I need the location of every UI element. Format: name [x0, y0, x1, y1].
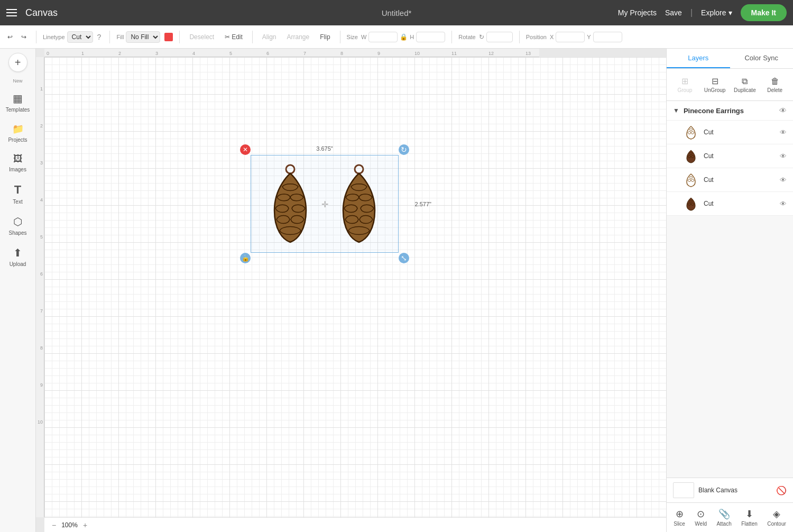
ungroup-button[interactable]: ⊟ UnGroup — [701, 73, 729, 96]
layer-3-thumb — [684, 172, 698, 187]
tab-layers[interactable]: Layers — [667, 49, 730, 68]
new-button[interactable]: + — [8, 53, 27, 72]
height-label: H — [410, 34, 414, 40]
flatten-icon: ⬇ — [745, 508, 753, 520]
canvas-area[interactable]: 0 1 2 3 4 5 6 7 8 9 10 11 12 13 14 1 2 — [36, 49, 666, 532]
make-it-button[interactable]: Make It — [741, 4, 787, 21]
svg-point-1 — [355, 165, 363, 173]
ruler-1: 1 — [81, 51, 84, 56]
fill-select[interactable]: No Fill — [126, 31, 160, 43]
layer-item-3[interactable]: Cut 👁 — [667, 168, 793, 192]
zoom-out-button[interactable]: − — [51, 521, 57, 529]
height-input[interactable]: 2.577 — [416, 32, 445, 42]
handle-resize[interactable]: ⤡ — [399, 253, 409, 263]
ruler-8: 8 — [340, 51, 343, 56]
new-label: New — [13, 78, 22, 84]
ruler-left-7: 7 — [40, 308, 43, 314]
width-input[interactable]: 3.675 — [368, 32, 398, 42]
lock-aspect-icon[interactable]: 🔒 — [400, 33, 408, 41]
sidebar-item-upload[interactable]: ⬆ Upload — [2, 242, 34, 271]
tab-color-sync[interactable]: Color Sync — [730, 49, 794, 68]
attach-action[interactable]: 📎 Attach — [713, 506, 734, 529]
linetype-help-button[interactable]: ? — [95, 32, 104, 42]
delete-icon: 🗑 — [771, 77, 779, 86]
zoom-value: 100% — [61, 521, 78, 529]
undo-button[interactable]: ↩ — [4, 31, 16, 43]
layer-1-visibility-icon[interactable]: 👁 — [780, 129, 787, 136]
fill-group: Fill No Fill — [116, 31, 173, 43]
layer-2-visibility-icon[interactable]: 👁 — [780, 152, 787, 160]
layer-3-visibility-icon[interactable]: 👁 — [780, 176, 787, 184]
canvas-thumbnail — [673, 482, 694, 498]
ruler-left-8: 8 — [40, 345, 43, 351]
rotate-icon: ↻ — [479, 33, 484, 41]
group-button[interactable]: ⊞ Group — [671, 73, 699, 96]
bottom-panel-actions: ⊕ Slice ⊙ Weld 📎 Attach ⬇ Flatten ◈ Cont… — [667, 502, 793, 532]
delete-button[interactable]: 🗑 Delete — [761, 74, 789, 96]
linetype-select[interactable]: Cut — [67, 31, 93, 43]
zoom-in-button[interactable]: + — [82, 521, 88, 529]
y-label: Y — [587, 34, 591, 40]
fill-label: Fill — [116, 34, 124, 40]
ruler-11: 11 — [451, 51, 457, 56]
top-nav: Canvas Untitled* My Projects Save | Expl… — [0, 0, 793, 25]
weld-icon: ⊙ — [697, 508, 705, 520]
canvas-visibility-icon[interactable]: 🚫 — [776, 485, 787, 496]
linetype-label: Linetype — [43, 34, 65, 40]
arrange-button[interactable]: Arrange — [284, 31, 313, 43]
ruler-top: 0 1 2 3 4 5 6 7 8 9 10 11 12 13 14 — [44, 49, 539, 57]
contour-action[interactable]: ◈ Contour — [764, 506, 789, 529]
redo-button[interactable]: ↪ — [18, 31, 30, 43]
handle-delete[interactable]: ✕ — [240, 144, 251, 155]
document-title[interactable]: Untitled* — [382, 8, 412, 17]
nav-separator: | — [690, 8, 693, 17]
divider-6 — [451, 31, 452, 43]
layer-2-thumb — [684, 149, 698, 163]
rotate-input[interactable]: 0 — [486, 32, 513, 42]
hamburger-menu[interactable] — [6, 9, 17, 16]
deselect-button[interactable]: Deselect — [186, 31, 217, 43]
layer-item-2[interactable]: Cut 👁 — [667, 144, 793, 168]
canvas-grid[interactable]: 3.675" 2.577" ✕ ↻ 🔒 ⤡ ✛ — [44, 57, 666, 517]
sidebar-item-images[interactable]: 🖼 Images — [2, 149, 34, 177]
layer-item-4[interactable]: Cut 👁 — [667, 192, 793, 216]
flip-button[interactable]: Flip — [317, 31, 333, 43]
x-input[interactable]: 4.776 — [556, 32, 585, 42]
selection-container[interactable]: 3.675" 2.577" ✕ ↻ 🔒 ⤡ ✛ — [240, 144, 409, 263]
panel-tabs: Layers Color Sync — [667, 49, 793, 69]
layer-4-visibility-icon[interactable]: 👁 — [780, 200, 787, 208]
flatten-action[interactable]: ⬇ Flatten — [738, 506, 761, 529]
chevron-icon: ▼ — [673, 107, 679, 114]
layer-item-1[interactable]: Cut 👁 — [667, 121, 793, 144]
handle-lock[interactable]: 🔒 — [240, 253, 251, 263]
slice-action[interactable]: ⊕ Slice — [670, 506, 688, 529]
layer-1-thumb — [684, 125, 698, 140]
edit-button[interactable]: ✂ Edit — [222, 31, 246, 43]
history-group: ↩ ↪ — [4, 31, 30, 43]
group-visibility-icon[interactable]: 👁 — [779, 106, 787, 115]
sidebar-item-text[interactable]: T Text — [2, 179, 34, 209]
duplicate-button[interactable]: ⧉ Duplicate — [731, 74, 759, 96]
ruler-6: 6 — [266, 51, 269, 56]
sidebar-item-shapes[interactable]: ⬡ Shapes — [2, 211, 34, 240]
nav-right: My Projects Save | Explore ▾ Make It — [618, 4, 787, 21]
duplicate-icon: ⧉ — [742, 77, 748, 86]
sidebar-item-templates[interactable]: ▦ Templates — [2, 88, 34, 117]
y-input[interactable]: 3.935 — [593, 32, 622, 42]
bottom-bar: − 100% + — [44, 517, 666, 532]
align-button[interactable]: Align — [259, 31, 280, 43]
ruler-left-3: 3 — [40, 160, 43, 166]
weld-action[interactable]: ⊙ Weld — [691, 506, 710, 529]
sidebar-item-projects[interactable]: 📁 Projects — [2, 119, 34, 147]
my-projects-button[interactable]: My Projects — [618, 8, 657, 17]
save-button[interactable]: Save — [665, 8, 682, 17]
size-label: Size — [347, 34, 358, 40]
handle-rotate[interactable]: ↻ — [399, 144, 409, 155]
divider-1 — [36, 31, 36, 43]
app-logo: Canvas — [25, 7, 58, 19]
explore-button[interactable]: Explore ▾ — [701, 8, 732, 17]
divider-5 — [340, 31, 340, 43]
layer-4-thumb — [684, 196, 698, 211]
layer-group-header[interactable]: ▼ Pinecone Earrings 👁 — [667, 101, 793, 121]
svg-point-0 — [286, 165, 294, 173]
